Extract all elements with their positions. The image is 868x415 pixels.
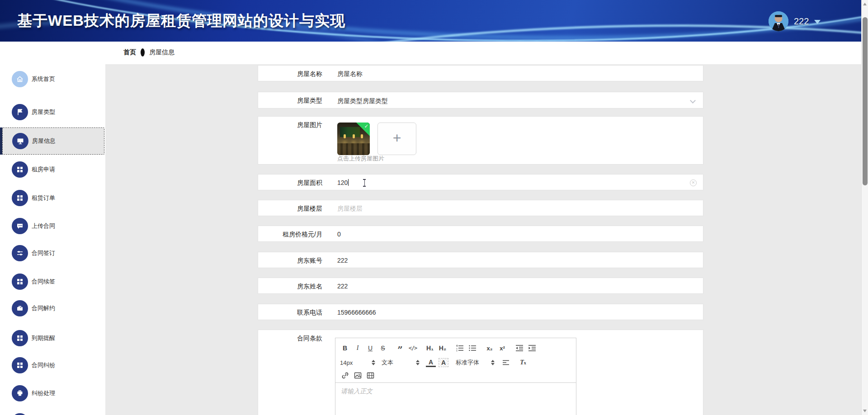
form-row-house-image: 房屋图片 ✓ + 点击上传房屋图片 — [258, 116, 703, 165]
house-type-select[interactable]: 房屋类型房屋类型 — [337, 97, 388, 105]
clear-format-icon[interactable]: Tx — [518, 358, 528, 367]
outdent-icon[interactable] — [514, 344, 524, 353]
avatar[interactable] — [769, 11, 788, 31]
clear-input-icon[interactable]: ✕ — [690, 179, 697, 186]
field-label: 房屋面积 — [258, 174, 330, 191]
sidebar-item-dispute-handle[interactable]: 纠纷处理 — [0, 381, 105, 406]
house-name-input[interactable]: 房屋名称 — [337, 70, 363, 78]
grid-icon — [12, 161, 28, 178]
field-label: 房东姓名 — [258, 278, 330, 294]
sidebar-item-home[interactable]: 系统首页 — [0, 66, 105, 92]
breadcrumb-current: 房屋信息 — [149, 48, 175, 57]
sidebar-item-partial[interactable] — [0, 409, 105, 415]
username: 222 — [794, 16, 809, 27]
monitor-icon — [12, 133, 28, 149]
sidebar-item-house-type[interactable]: 房屋类型 — [0, 99, 105, 125]
sidebar-item-house-info[interactable]: 房屋信息 — [2, 127, 104, 155]
field-label: 合同条款 — [258, 334, 330, 343]
text-caret — [348, 179, 349, 186]
printer-icon — [12, 385, 28, 401]
grid-icon — [12, 413, 28, 415]
check-icon: ✓ — [364, 123, 368, 129]
blockquote-icon[interactable]: ” — [395, 345, 405, 354]
code-block-icon[interactable]: </> — [408, 344, 418, 353]
thumbnail-detail — [337, 143, 370, 155]
underline-icon[interactable]: U — [365, 344, 375, 353]
form-row-landlord-name: 房东姓名 222 — [258, 278, 703, 294]
scrollbar-thumb[interactable] — [863, 17, 868, 185]
field-label: 租房价格元/月 — [258, 226, 330, 242]
image-icon[interactable] — [353, 371, 363, 380]
breadcrumb-bar: 首页 房屋信息 — [105, 42, 861, 64]
house-floor-input[interactable]: 房屋楼层 — [337, 205, 363, 213]
page-scrollbar[interactable] — [861, 0, 868, 415]
align-icon[interactable] — [501, 358, 511, 367]
select-arrows-icon — [372, 360, 375, 365]
user-menu[interactable]: 222 — [769, 11, 821, 32]
header-select[interactable]: 文本 — [382, 358, 416, 367]
superscript-icon[interactable]: x² — [497, 344, 507, 353]
sidebar-item-rent-apply[interactable]: 租房申请 — [0, 157, 105, 182]
select-arrows-icon — [491, 360, 495, 365]
bullet-list-icon[interactable] — [467, 344, 477, 353]
contact-phone-input[interactable]: 15966666666 — [337, 309, 376, 316]
form-row-house-type: 房屋类型 房屋类型房屋类型 — [258, 92, 703, 108]
sidebar-item-rent-order[interactable]: 租赁订单 — [0, 185, 105, 211]
house-area-input[interactable]: 120 — [337, 179, 349, 186]
editor-text-area[interactable]: 请输入正文 — [335, 383, 576, 415]
avatar-image — [769, 11, 788, 31]
size-select[interactable]: 14px — [340, 359, 372, 366]
field-label: 房东账号 — [258, 252, 330, 269]
strike-icon[interactable]: S — [378, 344, 388, 353]
scroll-down-icon[interactable] — [863, 410, 867, 412]
flag-icon — [12, 104, 28, 120]
sidebar-item-upload-contract[interactable]: 上传合同 — [0, 213, 105, 239]
editor-placeholder: 请输入正文 — [341, 387, 373, 396]
font-select[interactable]: 标准字体 — [456, 358, 491, 367]
highlight-color-icon[interactable]: A — [439, 358, 448, 367]
form-row-house-name: 房屋名称 房屋名称 — [258, 65, 703, 81]
sidebar-item-expiry-reminder[interactable]: 到期提醒 — [0, 325, 105, 351]
landlord-name-input[interactable]: 222 — [337, 283, 348, 290]
sidebar: 系统首页 房屋类型 房屋信息 租房申请 租赁订单 上传合同 合同 — [0, 42, 105, 415]
landlord-account-input[interactable]: 222 — [337, 257, 348, 264]
italic-icon[interactable]: I — [353, 344, 363, 353]
page-title: 基于WEB技术的房屋租赁管理网站的设计与实现 — [17, 11, 345, 31]
h2-icon[interactable]: H₂ — [438, 344, 448, 353]
scroll-up-icon[interactable] — [863, 3, 867, 5]
indent-icon[interactable] — [527, 344, 537, 353]
form-row-contact-phone: 联系电话 15966666666 — [258, 304, 703, 320]
text-color-icon[interactable]: A — [426, 358, 436, 367]
sidebar-item-contract-dispute[interactable]: 合同纠纷 — [0, 353, 105, 378]
chevron-down-icon[interactable] — [690, 98, 696, 104]
home-icon — [12, 71, 28, 87]
upload-button[interactable]: + — [377, 123, 416, 155]
uploaded-image-thumbnail[interactable]: ✓ — [337, 123, 370, 155]
sidebar-item-contract-sign[interactable]: 合同签订 — [0, 241, 105, 266]
thumbnail-detail — [353, 134, 355, 138]
video-icon[interactable] — [365, 371, 375, 380]
mouse-ibeam-cursor — [361, 179, 368, 187]
plus-icon: + — [393, 130, 401, 146]
subscript-icon[interactable]: x₂ — [485, 344, 495, 353]
bold-icon[interactable]: B — [340, 344, 350, 353]
briefcase-icon — [12, 300, 28, 316]
breadcrumb: 首页 房屋信息 — [123, 48, 175, 57]
chat-icon — [12, 218, 28, 234]
select-arrows-icon — [416, 360, 420, 365]
form-row-contract-terms: 合同条款 B I U S ” </> H₁ H₂ — [258, 330, 703, 415]
form-row-house-area: 房屋面积 120 ✕ — [258, 174, 703, 190]
grid-icon — [12, 274, 28, 290]
breadcrumb-home-link[interactable]: 首页 — [123, 48, 136, 57]
form-row-landlord-account: 房东账号 222 — [258, 252, 703, 268]
sidebar-item-contract-cancel[interactable]: 合同解约 — [0, 296, 105, 321]
ordered-list-icon[interactable] — [455, 344, 465, 353]
field-label: 房屋楼层 — [258, 200, 330, 217]
upload-hint: 点击上传房屋图片 — [337, 155, 384, 163]
h1-icon[interactable]: H₁ — [425, 344, 435, 353]
chevron-down-icon[interactable] — [814, 20, 821, 24]
link-icon[interactable] — [340, 371, 350, 380]
rent-price-input[interactable]: 0 — [337, 231, 341, 238]
thumbnail-detail — [344, 134, 346, 138]
sidebar-item-contract-renew[interactable]: 合同续签 — [0, 269, 105, 294]
